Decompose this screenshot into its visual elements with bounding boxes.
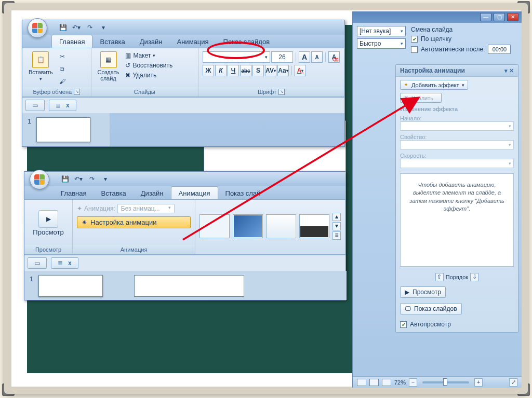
transition-dissolve[interactable] [299,214,329,238]
animation-scheme-select[interactable]: ✦ Анимация: Без анимац...▾ [77,204,191,213]
zoom-in-button[interactable]: + [474,378,483,387]
transition-cut[interactable] [266,214,296,238]
font-size-select[interactable]: 26 [271,51,293,63]
clipboard-icon: 📋 [32,51,49,68]
gallery-up[interactable]: ▴ [332,213,341,221]
order-down-button[interactable]: ⇩ [470,273,478,281]
outline-tab-icon: ≣ [56,102,61,109]
cut-icon[interactable]: ✂ [57,51,68,62]
preview-icon: ▶ [38,210,58,228]
sorter-view-button[interactable] [369,379,379,386]
office-button[interactable] [28,18,47,38]
property-label: Свойство: [400,134,514,140]
shrink-font-button[interactable]: A [311,51,323,63]
copy-icon[interactable]: ⧉ [57,64,68,74]
transition-sound-select[interactable]: [Нет звука]▾ [357,26,406,36]
transition-title: Смена слайда [411,26,511,33]
ribbon-animation: ▶ Просмотр Просмотр ✦ Анимация: Без аним… [24,200,345,255]
change-case-button[interactable]: Aa▾ [277,65,289,76]
undo-icon[interactable]: ↶▾ [71,22,82,33]
gallery-more[interactable]: ≡ [332,231,341,240]
slideshow-view-button[interactable] [382,379,391,386]
qat-more-icon[interactable]: ▾ [98,22,109,33]
office-button-2[interactable] [30,170,49,189]
transition-speed-select[interactable]: Быстро▾ [357,38,406,49]
speed-select[interactable]: ▾ [400,159,514,168]
normal-view-button[interactable] [357,379,366,386]
reset-button[interactable]: ↺Восстановить [123,61,175,70]
ribbon-home: 📋 Вставить▾ ✂ ⧉ 🖌 Буфер обмена↘ ▦ Создат… [22,48,344,97]
tab-home-2[interactable]: Главная [54,187,94,199]
anim-star-icon: ✦ [77,205,82,212]
bold-button[interactable]: Ж [203,65,214,76]
tab-slideshow[interactable]: Показ слайдов [216,35,277,48]
ribbon-tabs: Главная Вставка Дизайн Анимация Показ сл… [22,35,344,48]
custom-animation-pane: Настройка анимации▾ ✕ ✦Добавить эффект▾ … [395,64,518,333]
close-button[interactable]: ✕ [507,13,518,21]
layout-button[interactable]: ▥Макет▾ [123,51,175,60]
delete-icon: ✖ [125,72,130,79]
pane-close-2[interactable]: x [68,259,72,267]
custom-animation-button[interactable]: ✴ Настройка анимации [77,216,191,228]
anim-group-label: Анимация [121,245,148,254]
font-color-button[interactable]: A▾ [295,65,306,76]
redo-icon[interactable]: ↷ [85,22,95,33]
start-select[interactable]: ▾ [400,121,514,131]
slide-thumbnail-2-wide[interactable] [134,275,244,297]
gallery-down[interactable]: ▾ [332,222,341,230]
clear-format-button[interactable]: A⌫ [328,51,340,63]
slideshow-button[interactable]: 🖵 Показ слайдов [400,303,462,314]
zoom-slider[interactable] [422,381,469,383]
grow-font-button[interactable]: A [299,51,310,63]
preview-button[interactable]: ▶ Просмотр [29,202,68,245]
autoplay-checkbox[interactable]: ✔Автопросмотр [400,321,514,328]
thumbnails-tab[interactable]: ▭ [25,100,45,111]
tab-insert[interactable]: Вставка [92,35,132,48]
slide-thumbnail-1[interactable] [36,117,90,142]
transition-none[interactable] [200,214,230,238]
remove-effect-button[interactable]: ✕Удалить [400,93,442,103]
outline-tab-2[interactable]: ≣x [51,257,78,269]
pane-close[interactable]: x [66,102,70,109]
shadow-button[interactable]: S [252,65,264,76]
tab-slideshow-2[interactable]: Показ слай [218,187,268,199]
slide-thumbnail-1b[interactable] [38,275,103,297]
paste-button[interactable]: 📋 Вставить▾ [26,50,55,83]
format-painter-icon[interactable]: 🖌 [57,76,68,87]
qat-more-icon-2[interactable]: ▾ [100,174,111,184]
order-up-button[interactable]: ⇧ [435,273,444,281]
strike-button[interactable]: abc [240,65,251,76]
tab-design-2[interactable]: Дизайн [134,187,171,199]
italic-button[interactable]: К [215,65,227,76]
underline-button[interactable]: Ч [228,65,239,76]
font-launcher[interactable]: ↘ [278,89,285,95]
transition-fade[interactable] [233,214,263,238]
zoom-out-button[interactable]: − [409,378,417,387]
auto-after-checkbox[interactable]: Автоматически после: 00:00 [411,45,511,54]
fit-button[interactable]: ⤢ [509,378,517,387]
save-icon-2[interactable]: 💾 [60,174,70,184]
property-select[interactable]: ▾ [400,140,514,149]
preview-anim-button[interactable]: ▶ Просмотр [400,286,446,298]
tab-insert-2[interactable]: Вставка [94,187,133,199]
maximize-button[interactable]: ▢ [494,13,505,21]
on-click-checkbox[interactable]: ✔По щелчку [411,35,511,43]
redo-icon-2[interactable]: ↷ [87,174,97,184]
save-icon[interactable]: 💾 [58,22,68,33]
thumbnails-tab-2[interactable]: ▭ [28,257,47,269]
anim-hint-text: Чтобы добавить анимацию, выделите элемен… [400,173,514,267]
delete-slide-button[interactable]: ✖Удалить [123,71,175,79]
add-effect-button[interactable]: ✦Добавить эффект▾ [400,80,468,90]
tab-home[interactable]: Главная [51,35,92,48]
tab-animation-2[interactable]: Анимация [171,186,218,199]
kerning-button[interactable]: AV▾ [265,65,276,76]
tab-design[interactable]: Дизайн [132,35,170,48]
undo-icon-2[interactable]: ↶▾ [73,174,84,184]
clipboard-launcher[interactable]: ↘ [74,89,80,95]
new-slide-button[interactable]: ▦ Создать слайд [96,50,122,83]
font-family-select[interactable]: ▾ [203,51,270,63]
thumbnail-list-2: 1 [24,271,347,300]
tab-animation[interactable]: Анимация [170,35,216,48]
outline-tab[interactable]: ≣x [49,100,76,111]
minimize-button[interactable]: — [480,13,491,21]
